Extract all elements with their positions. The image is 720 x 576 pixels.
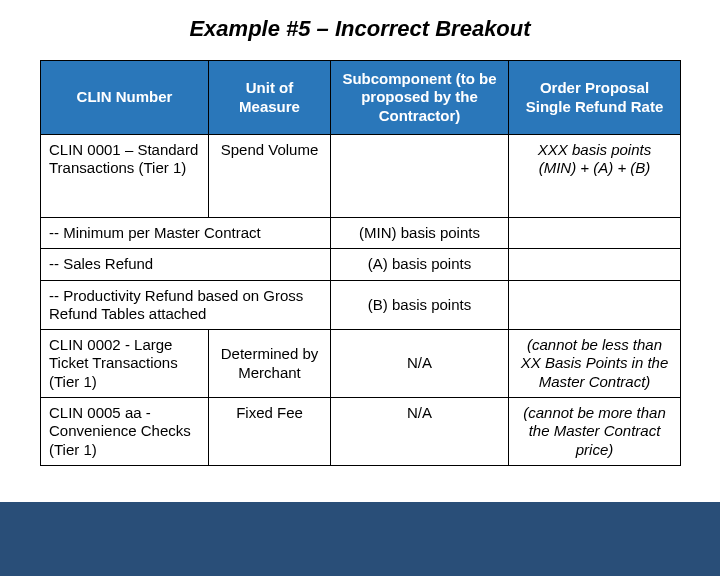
cell-subcomponent: (A) basis points	[331, 249, 509, 280]
table-row: CLIN 0005 aa - Convenience Checks (Tier …	[41, 398, 681, 466]
cell-order-proposal	[509, 249, 681, 280]
cell-clin: CLIN 0002 - Large Ticket Transactions (T…	[41, 330, 209, 398]
col-header-uom: Unit of Measure	[209, 61, 331, 135]
table-header-row: CLIN Number Unit of Measure Subcomponent…	[41, 61, 681, 135]
cell-order-proposal: XXX basis points (MIN) + (A) + (B)	[509, 135, 681, 218]
cell-order-proposal	[509, 280, 681, 330]
cell-clin: CLIN 0001 – Standard Transactions (Tier …	[41, 135, 209, 218]
cell-uom: Determined by Merchant	[209, 330, 331, 398]
cell-uom: Spend Volume	[209, 135, 331, 218]
table-row: -- Minimum per Master Contract (MIN) bas…	[41, 218, 681, 249]
cell-subrow-label: -- Productivity Refund based on Gross Re…	[41, 280, 331, 330]
breakout-table: CLIN Number Unit of Measure Subcomponent…	[40, 60, 680, 466]
cell-subcomponent	[331, 135, 509, 218]
slide-title: Example #5 – Incorrect Breakout	[0, 16, 720, 42]
table-row: CLIN 0001 – Standard Transactions (Tier …	[41, 135, 681, 218]
table-row: CLIN 0002 - Large Ticket Transactions (T…	[41, 330, 681, 398]
cell-subrow-label: -- Minimum per Master Contract	[41, 218, 331, 249]
col-header-subcomponent: Subcomponent (to be proposed by the Cont…	[331, 61, 509, 135]
col-header-order-proposal: Order Proposal Single Refund Rate	[509, 61, 681, 135]
cell-subcomponent: (MIN) basis points	[331, 218, 509, 249]
table-row: -- Productivity Refund based on Gross Re…	[41, 280, 681, 330]
cell-order-proposal: (cannot be less than XX Basis Points in …	[509, 330, 681, 398]
cell-uom: Fixed Fee	[209, 398, 331, 466]
table-row: -- Sales Refund (A) basis points	[41, 249, 681, 280]
cell-subcomponent: N/A	[331, 398, 509, 466]
cell-subcomponent: N/A	[331, 330, 509, 398]
cell-order-proposal: (cannot be more than the Master Contract…	[509, 398, 681, 466]
cell-clin: CLIN 0005 aa - Convenience Checks (Tier …	[41, 398, 209, 466]
footer-band	[0, 502, 720, 576]
cell-order-proposal	[509, 218, 681, 249]
cell-subrow-label: -- Sales Refund	[41, 249, 331, 280]
cell-subcomponent: (B) basis points	[331, 280, 509, 330]
col-header-clin: CLIN Number	[41, 61, 209, 135]
